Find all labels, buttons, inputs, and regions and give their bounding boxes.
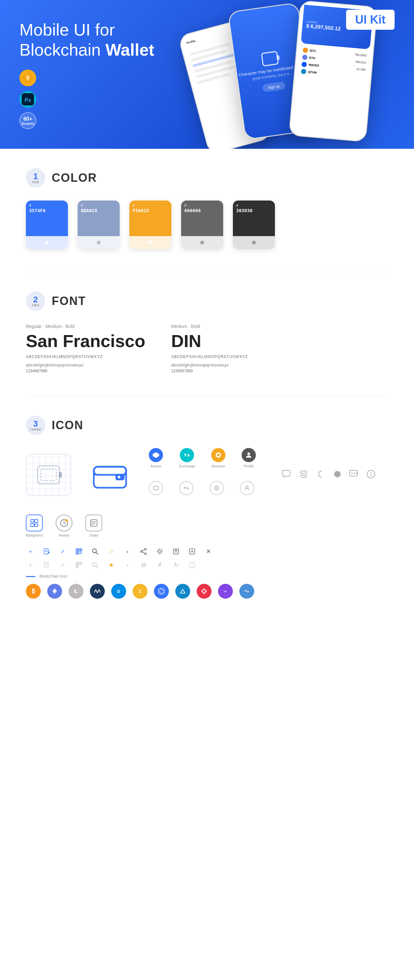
svg-rect-29 bbox=[31, 523, 34, 527]
waves-icon bbox=[90, 584, 105, 599]
swatch-gold: # F5A623 bbox=[129, 200, 171, 249]
history-icon bbox=[56, 515, 72, 531]
svg-rect-48 bbox=[79, 552, 80, 552]
plus-icon-gray: ＋ bbox=[26, 560, 35, 570]
svg-point-20 bbox=[334, 471, 341, 477]
font-section-header: 2 TWO FONT bbox=[26, 291, 388, 311]
svg-point-71 bbox=[92, 562, 96, 566]
swatch-color-gold: # F5A623 bbox=[129, 200, 171, 236]
color-section-number: 1 ONE bbox=[26, 168, 45, 188]
icon-grid-main: Assets Exchange bbox=[26, 448, 388, 502]
icon-discover: Discover bbox=[211, 448, 225, 468]
svg-line-56 bbox=[142, 552, 145, 554]
chat-icon bbox=[282, 469, 292, 480]
nav-icon-row-top: Assets Exchange bbox=[149, 448, 256, 468]
wallet-filled-icon bbox=[84, 452, 136, 498]
svg-text:∞: ∞ bbox=[224, 589, 227, 593]
svg-line-57 bbox=[142, 549, 145, 551]
svg-rect-31 bbox=[35, 524, 38, 527]
wallet-blueprint-icon bbox=[26, 454, 71, 496]
font-grid: Regular · Medium · Bold San Francisco AB… bbox=[26, 324, 388, 373]
svg-marker-10 bbox=[153, 452, 159, 458]
swatch-blue: # 3574FA bbox=[26, 200, 68, 249]
svg-point-22 bbox=[351, 473, 352, 474]
moon-icon bbox=[315, 469, 326, 480]
svg-point-23 bbox=[353, 473, 355, 474]
divider-1 bbox=[26, 272, 388, 272]
svg-line-72 bbox=[96, 566, 98, 568]
svg-rect-50 bbox=[79, 553, 82, 554]
svg-point-16 bbox=[216, 487, 218, 489]
icon-assets-outline bbox=[149, 481, 163, 495]
star-icon-gold: ★ bbox=[107, 560, 116, 570]
svg-point-54 bbox=[141, 551, 142, 552]
message-icon bbox=[349, 469, 359, 480]
plus-icon: ＋ bbox=[26, 547, 35, 556]
blockchain-label-row: BlockChain Icon bbox=[26, 574, 388, 579]
icon-exchange: Exchange bbox=[179, 448, 195, 468]
svg-rect-70 bbox=[76, 566, 78, 567]
color-section: 1 ONE COLOR # 3574FA # 8DA0C8 bbox=[26, 168, 388, 249]
info-icon bbox=[366, 469, 376, 480]
misc-icons-block bbox=[282, 469, 376, 480]
svg-point-74 bbox=[192, 563, 193, 564]
svg-rect-49 bbox=[81, 552, 82, 552]
swatch-color-gray: # 666666 bbox=[181, 200, 223, 236]
swatch-steel: # 8DA0C8 bbox=[78, 200, 119, 249]
svg-point-13 bbox=[247, 452, 250, 455]
discover-icon-circle bbox=[211, 448, 225, 462]
font-sf-col: Regular · Medium · Bold San Francisco AB… bbox=[26, 324, 145, 373]
icon-exchange-outline bbox=[179, 481, 193, 495]
svg-point-58 bbox=[158, 550, 161, 553]
icon-section-title: ICON bbox=[52, 418, 83, 432]
svg-point-17 bbox=[246, 486, 248, 488]
profile-outline-circle bbox=[240, 481, 254, 495]
icon-section: 3 THREE ICON bbox=[26, 415, 388, 599]
close-icon: ✕ bbox=[204, 547, 213, 556]
svg-rect-38 bbox=[91, 520, 92, 526]
svg-text:S: S bbox=[27, 76, 29, 80]
hero-text-block: Mobile UI for Blockchain Wallet S Ps 60+… bbox=[19, 20, 181, 129]
svg-point-26 bbox=[370, 472, 371, 473]
screens-badge: 60+ Screens bbox=[19, 112, 36, 129]
color-section-title: COLOR bbox=[52, 171, 97, 185]
icon-mangment: Mangment bbox=[26, 515, 43, 537]
info-icon-gray bbox=[188, 560, 197, 570]
icon-discover-outline bbox=[210, 481, 224, 495]
zcash-icon: Z bbox=[132, 584, 148, 599]
svg-marker-85 bbox=[158, 588, 164, 595]
svg-point-33 bbox=[65, 519, 68, 522]
gear-icon bbox=[155, 547, 164, 556]
color-swatches: # 3574FA # 8DA0C8 # F5A623 bbox=[26, 200, 388, 249]
svg-rect-6 bbox=[94, 467, 126, 475]
bitcoin-icon: ₿ bbox=[26, 584, 41, 599]
svg-point-19 bbox=[301, 471, 307, 474]
order-icon bbox=[85, 515, 102, 531]
tools-row-faded: ＋ ✓ bbox=[26, 560, 388, 570]
svg-rect-68 bbox=[80, 563, 81, 564]
svg-point-8 bbox=[118, 476, 120, 478]
swatch-color-steel: # 8DA0C8 bbox=[78, 200, 119, 236]
qr-icon bbox=[75, 547, 83, 556]
exchange-icon-circle bbox=[180, 448, 194, 462]
svg-point-51 bbox=[92, 549, 96, 553]
swatch-gray: # 666666 bbox=[181, 200, 223, 249]
icon-profile: Profile bbox=[242, 448, 256, 468]
discover-outline-circle bbox=[210, 481, 224, 495]
swatch-color-dark: # 303030 bbox=[233, 200, 275, 236]
mangment-icon bbox=[26, 515, 43, 531]
icon-section-header: 3 THREE ICON bbox=[26, 415, 388, 435]
svg-text:D: D bbox=[117, 589, 120, 594]
hero-section: Mobile UI for Blockchain Wallet S Ps 60+… bbox=[0, 0, 414, 149]
svg-marker-14 bbox=[153, 486, 159, 491]
svg-point-55 bbox=[145, 553, 146, 555]
refresh-icon-gray: ↻ bbox=[171, 560, 180, 570]
star-icon: ☆ bbox=[107, 547, 116, 556]
check-icon: ✓ bbox=[58, 547, 67, 556]
exchange-outline-circle bbox=[179, 481, 193, 495]
font-din-col: Medium · Bold DIN ABCDEFGHIJKLMNOPQRSTUV… bbox=[171, 324, 248, 373]
ark-icon bbox=[197, 584, 212, 599]
swatch-dot-dark bbox=[233, 236, 275, 249]
icon-section-number: 3 THREE bbox=[26, 415, 45, 435]
svg-text:Ps: Ps bbox=[25, 97, 31, 103]
